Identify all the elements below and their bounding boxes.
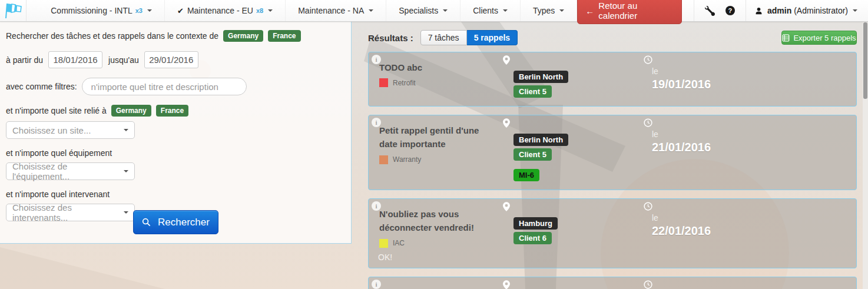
nav-item-label: Commissioning - INTL	[51, 6, 132, 15]
card-date-column: le 28/01/2016	[644, 280, 856, 289]
left-arrow-icon: ←	[585, 6, 594, 16]
card-location-column: Berlin North Client 5 MI-6	[503, 118, 644, 184]
filters-label: avec comme filtres:	[6, 82, 77, 91]
flag-logo-icon	[3, 2, 23, 19]
info-icon[interactable]: i	[372, 55, 381, 64]
search-button[interactable]: Rechercher	[133, 210, 218, 234]
date-value: 22/01/2016	[652, 224, 856, 238]
site-badge: Berlin North	[513, 71, 568, 83]
reminder-card[interactable]: i N'oubliez pas vous déconnecter vendred…	[368, 198, 857, 268]
app-logo[interactable]	[0, 0, 26, 21]
date-to-input[interactable]	[144, 51, 198, 68]
nav-menu-item[interactable]: ✔ Commissioning - INTL x3	[38, 0, 165, 21]
worker-select-placeholder: Choisissez des intervenants...	[12, 202, 120, 222]
date-prefix: le	[652, 129, 856, 139]
nav-menu-item[interactable]: ✔ Clients	[460, 0, 521, 21]
equipment-select[interactable]: Choisissez de l'équipement...	[6, 162, 135, 180]
help-icon[interactable]: ?	[725, 6, 735, 15]
reminder-card[interactable]: i Petit rappel gentil d'une date importa…	[368, 115, 857, 190]
card-title: Important TODO 1	[379, 285, 496, 289]
results-tab[interactable]: 5 rappels	[467, 30, 518, 45]
info-icon[interactable]: i	[372, 201, 381, 211]
user-icon	[754, 6, 763, 15]
clock-icon	[644, 118, 652, 127]
scrollbar-track[interactable]	[863, 22, 868, 289]
location-pin-icon	[503, 280, 510, 289]
card-main-column: N'oubliez pas vous déconnecter vendredi!…	[369, 201, 503, 262]
equipment-label-row: et n'importe quel équipement	[6, 148, 345, 158]
nav-menu-item[interactable]: ✔ Types	[521, 0, 577, 21]
site-select[interactable]: Choisissez un site...	[6, 121, 135, 139]
wrench-icon[interactable]	[705, 6, 715, 16]
results-tab-group: 7 tâches5 rappels	[420, 30, 518, 45]
type-label: Retrofit	[393, 79, 416, 87]
search-panel: Rechercher des tâches et des rappels dan…	[0, 22, 352, 244]
site-select-placeholder: Choisissez un site...	[12, 125, 91, 135]
type-color-swatch	[379, 239, 388, 248]
date-range-row: à partir du jusqu'au	[6, 51, 345, 68]
date-value: 19/01/2016	[652, 78, 856, 91]
scrollbar-thumb[interactable]	[863, 22, 867, 99]
card-date: le 22/01/2016	[652, 213, 856, 238]
equipment-select-placeholder: Choisissez de l'équipement...	[12, 161, 120, 181]
client-badge: Client 5	[513, 148, 552, 161]
nav-menu: ✔ Commissioning - INTL x3 ✔ Maintenance …	[38, 0, 577, 21]
info-icon[interactable]: i	[372, 280, 381, 289]
nav-item-label: Maintenance - EU	[187, 6, 253, 15]
reminder-card[interactable]: i TODO abc Retrofit Berlin North Client …	[368, 52, 857, 107]
site-tag-germany: Germany	[111, 105, 151, 117]
date-prefix: le	[652, 67, 856, 76]
card-location-column: Hamburg Client 6	[503, 201, 644, 262]
back-to-calendar-button[interactable]: ← Retour au calendrier	[577, 0, 682, 24]
card-main-column: Important TODO 1 Inspection	[369, 280, 503, 289]
type-label: Warranty	[393, 155, 421, 164]
equipment-label: et n'importe quel équipement	[6, 148, 112, 158]
card-date-column: le 22/01/2016	[644, 201, 856, 262]
card-badges: Berlin North Client 5	[513, 71, 644, 100]
card-main-column: TODO abc Retrofit	[369, 55, 503, 100]
card-type-row: Retrofit	[379, 78, 497, 87]
context-row: Rechercher des tâches et des rappels dan…	[6, 30, 345, 42]
date-from-label: à partir du	[6, 55, 43, 65]
info-icon[interactable]: i	[372, 118, 381, 127]
search-button-label: Rechercher	[158, 217, 210, 228]
chevron-down-icon	[124, 211, 128, 214]
clock-icon	[644, 55, 652, 64]
results-header: Résultats : 7 tâches5 rappels	[368, 30, 518, 45]
user-menu[interactable]: admin (Administrator)	[746, 6, 868, 15]
chevron-down-icon	[443, 9, 448, 12]
nav-menu-item[interactable]: ✔ Specialists	[386, 0, 460, 21]
site-badge: Hamburg	[513, 217, 558, 230]
export-list-icon	[782, 34, 790, 42]
card-title: TODO abc	[379, 61, 496, 74]
results-title: Résultats :	[368, 33, 413, 43]
reminder-card[interactable]: i Important TODO 1 Inspection Berlin Nor…	[368, 277, 857, 289]
worker-select[interactable]: Choisissez des intervenants...	[6, 204, 135, 221]
chevron-down-icon	[559, 9, 564, 12]
card-location-column: Berlin North Client 5	[503, 280, 644, 289]
navbar-right: ← Retour au calendrier ? admin (Administ…	[577, 0, 868, 21]
chevron-down-icon	[124, 170, 128, 172]
card-badges: Hamburg Client 6	[513, 217, 644, 247]
nav-menu-item[interactable]: ✔ Maintenance - NA	[286, 0, 386, 21]
title-filter-input[interactable]	[82, 78, 247, 95]
card-title: Petit rappel gentil d'une date important…	[379, 124, 496, 151]
date-from-input[interactable]	[48, 51, 102, 68]
clock-icon	[644, 280, 652, 289]
nav-item-label: Specialists	[399, 6, 438, 15]
top-navbar: ✔ Commissioning - INTL x3 ✔ Maintenance …	[0, 0, 868, 22]
results-tab[interactable]: 7 tâches	[420, 30, 467, 45]
nav-menu-item[interactable]: ✔ Maintenance - EU x8	[165, 0, 286, 21]
site-tag-france: France	[156, 105, 188, 117]
context-label: Rechercher des tâches et des rappels dan…	[6, 31, 218, 41]
card-date: le 21/01/2016	[652, 129, 856, 154]
card-location-column: Berlin North Client 5	[503, 55, 644, 100]
export-button[interactable]: Exporter 5 rappels	[781, 31, 857, 45]
date-prefix: le	[652, 213, 856, 222]
context-tag-france: France	[268, 30, 300, 42]
nav-item-label: Maintenance - NA	[298, 6, 364, 15]
chevron-down-icon	[268, 9, 273, 12]
card-date-column: le 21/01/2016	[644, 118, 856, 184]
context-tag-germany: Germany	[223, 30, 263, 42]
client-badge: Client 6	[513, 232, 552, 244]
